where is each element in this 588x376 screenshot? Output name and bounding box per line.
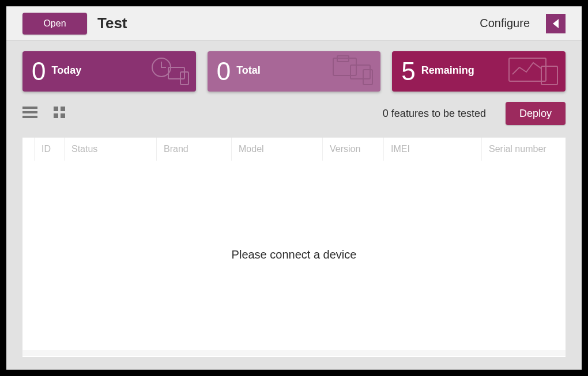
svg-rect-7 bbox=[363, 70, 372, 85]
stat-value: 0 bbox=[32, 59, 46, 84]
col-model[interactable]: Model bbox=[231, 138, 322, 161]
col-id[interactable]: ID bbox=[34, 138, 64, 161]
svg-rect-12 bbox=[22, 116, 37, 118]
col-brand[interactable]: Brand bbox=[156, 138, 231, 161]
page-title: Test bbox=[97, 14, 127, 32]
device-table: ID Status Brand Model Version IMEI Seria… bbox=[22, 138, 566, 357]
stat-cards: 0 Today 0 Total bbox=[6, 41, 582, 92]
stat-label: Remaining bbox=[421, 64, 474, 77]
collapse-panel-button[interactable] bbox=[546, 14, 566, 33]
stat-value: 0 bbox=[217, 59, 231, 84]
devices-icon bbox=[331, 55, 375, 89]
svg-rect-10 bbox=[22, 107, 37, 109]
list-view-icon[interactable] bbox=[22, 107, 37, 120]
col-status[interactable]: Status bbox=[64, 138, 156, 161]
grid-view-icon[interactable] bbox=[54, 107, 65, 120]
stat-card-total[interactable]: 0 Total bbox=[208, 51, 381, 92]
stat-card-today[interactable]: 0 Today bbox=[22, 51, 196, 92]
col-serial[interactable]: Serial number bbox=[481, 138, 566, 161]
stat-card-remaining[interactable]: 5 Remaining bbox=[392, 51, 566, 92]
stat-value: 5 bbox=[401, 59, 415, 84]
header-bar: Open Test Configure bbox=[6, 6, 582, 41]
triangle-left-icon bbox=[551, 18, 560, 29]
clock-devices-icon bbox=[149, 55, 190, 89]
table-header-row: ID Status Brand Model Version IMEI Seria… bbox=[22, 138, 566, 161]
col-version[interactable]: Version bbox=[322, 138, 383, 161]
configure-link[interactable]: Configure bbox=[480, 17, 530, 30]
view-toggle bbox=[22, 107, 65, 120]
deploy-button[interactable]: Deploy bbox=[506, 102, 566, 125]
svg-rect-13 bbox=[54, 107, 58, 111]
svg-marker-0 bbox=[553, 19, 559, 28]
svg-rect-15 bbox=[54, 113, 58, 118]
empty-state-message: Please connect a device bbox=[232, 248, 357, 261]
table-body: Please connect a device bbox=[22, 161, 566, 349]
chart-devices-icon bbox=[508, 55, 560, 89]
open-button[interactable]: Open bbox=[22, 13, 87, 35]
col-blank bbox=[22, 138, 34, 161]
stat-label: Total bbox=[236, 64, 261, 77]
svg-rect-6 bbox=[350, 65, 370, 79]
svg-rect-11 bbox=[22, 111, 37, 113]
stat-label: Today bbox=[51, 64, 81, 77]
svg-rect-16 bbox=[61, 113, 65, 118]
toolbar: 0 features to be tested Deploy bbox=[6, 92, 582, 125]
svg-rect-9 bbox=[541, 66, 557, 85]
features-status-text: 0 features to be tested bbox=[383, 108, 486, 120]
horizontal-scrollbar[interactable] bbox=[22, 349, 566, 357]
svg-rect-14 bbox=[61, 107, 65, 111]
col-imei[interactable]: IMEI bbox=[383, 138, 481, 161]
